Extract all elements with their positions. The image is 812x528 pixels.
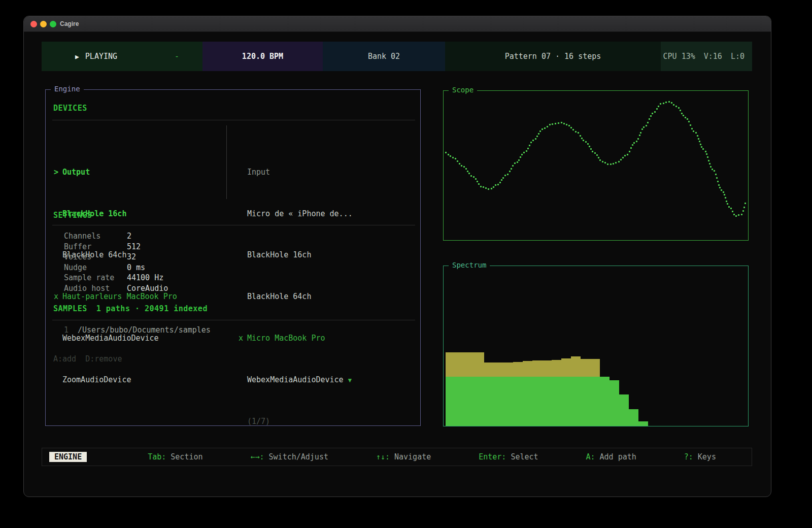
device-row[interactable]: Input — [239, 167, 411, 178]
shortcut-key: Enter — [479, 452, 506, 461]
device-row[interactable]: BlackHole 64ch — [239, 291, 411, 302]
shortcut-key: ↑↓ — [376, 452, 390, 461]
spectrum-bar — [523, 361, 532, 426]
latency-value: L:0 — [731, 52, 745, 61]
samples-summary: 1 paths · 20491 indexed — [96, 304, 208, 313]
setting-label: Buffer — [64, 242, 127, 252]
device-marker: x — [54, 291, 62, 302]
spectrum-bar-level — [503, 377, 513, 426]
transport-dash: - — [175, 52, 179, 61]
settings-list: Channels2 Buffer512 Voices32 Nudge0 ms S… — [64, 231, 168, 293]
transport-segment: ▶PLAYING - — [42, 42, 202, 71]
settings-row[interactable]: Buffer512 — [64, 242, 168, 252]
spectrum-bar — [610, 380, 619, 426]
spectrum-bar-peak — [542, 360, 552, 377]
spectrum-bar-peak — [494, 362, 503, 377]
transport-label: PLAYING — [85, 52, 117, 61]
scope-waveform-canvas — [444, 91, 747, 239]
spectrum-bar — [532, 360, 542, 426]
engine-panel-title: Engine — [51, 85, 84, 93]
devices-section-title: DEVICES — [53, 104, 87, 113]
close-button[interactable] — [30, 21, 37, 27]
shortcut-hint: ↑↓Navigate — [376, 452, 431, 461]
spectrum-bar — [571, 356, 581, 426]
setting-value: 0 ms — [127, 263, 145, 272]
spectrum-panel: Spectrum — [443, 266, 749, 426]
setting-value: 44100 Hz — [127, 273, 163, 282]
spectrum-bar — [455, 352, 465, 426]
spectrum-bar — [494, 362, 503, 426]
spectrum-bar-level — [484, 377, 494, 426]
device-row[interactable]: WebexMediaAudioDevice▼ — [239, 375, 411, 385]
engine-panel: Engine DEVICES >Output BlackHole 16ch Bl… — [45, 89, 421, 426]
spectrum-bar-level — [465, 377, 475, 426]
device-name: WebexMediaAudioDevice — [247, 375, 344, 384]
device-row[interactable]: (1/7) — [239, 416, 411, 427]
titlebar: Cagire — [24, 16, 771, 32]
shortcut-list: TabSection ←→Switch/Adjust ↑↓Navigate En… — [148, 452, 716, 461]
shortcut-hint: TabSection — [148, 452, 202, 461]
device-row[interactable]: >Output — [54, 167, 221, 178]
settings-row[interactable]: Voices32 — [64, 252, 168, 262]
spectrum-bar-level — [532, 377, 542, 426]
spectrum-bar — [513, 362, 523, 426]
spectrum-bar-level — [523, 377, 532, 426]
spectrum-bar-peak — [561, 358, 571, 377]
device-name: BlackHole 64ch — [247, 292, 311, 301]
shortcut-label: Switch/Adjust — [269, 452, 328, 461]
shortcut-key: A — [586, 452, 595, 461]
spectrum-bar-level — [610, 380, 619, 426]
minimize-button[interactable] — [40, 21, 47, 27]
spectrum-bar-peak — [465, 352, 475, 377]
device-row[interactable]: BlackHole 16ch — [239, 250, 411, 260]
maximize-button[interactable] — [50, 21, 56, 27]
spectrum-bar-level — [590, 377, 600, 426]
shortcut-key: ←→ — [250, 452, 264, 461]
device-row[interactable]: ZoomAudioDevice — [54, 375, 221, 385]
spectrum-bar — [561, 358, 571, 426]
setting-value: 32 — [127, 252, 136, 261]
settings-row[interactable]: Sample rate44100 Hz — [64, 273, 168, 283]
samples-section-title: SAMPLES1 paths · 20491 indexed — [53, 304, 208, 313]
spectrum-bar-level — [619, 394, 629, 426]
status-bar: ▶PLAYING - 120.0 BPM Bank 02 Pattern 07 … — [42, 42, 752, 71]
mode-badge: ENGINE — [49, 452, 87, 462]
shortcut-label: Add path — [600, 452, 636, 461]
setting-value: 2 — [127, 232, 131, 241]
spectrum-bar-level — [542, 377, 552, 426]
spectrum-bar-level — [475, 377, 484, 426]
spectrum-bar-peak — [455, 352, 465, 377]
dropdown-arrow-icon: ▼ — [348, 377, 352, 384]
device-name: ZoomAudioDevice — [62, 375, 131, 384]
shortcut-label: Section — [171, 452, 202, 461]
spectrum-bar-peak — [513, 362, 523, 377]
setting-label: Audio host — [64, 283, 127, 294]
device-name: Micro de « iPhone de... — [247, 209, 353, 218]
shortcut-hint: ?Keys — [684, 452, 716, 461]
shortcut-label: Keys — [698, 452, 716, 461]
samples-separator — [52, 320, 415, 320]
device-row[interactable]: Micro de « iPhone de... — [239, 209, 411, 219]
bpm-value: 120.0 BPM — [242, 52, 283, 61]
shortcut-hint: EnterSelect — [479, 452, 538, 461]
spectrum-bar — [465, 352, 475, 426]
spectrum-bar-level — [600, 377, 610, 426]
pattern-segment: Pattern 07 · 16 steps — [445, 42, 661, 71]
setting-label: Sample rate — [64, 273, 127, 283]
settings-row[interactable]: Nudge0 ms — [64, 262, 168, 273]
spectrum-bar-peak — [484, 362, 494, 377]
setting-value: CoreAudio — [127, 284, 168, 293]
spectrum-bar — [484, 362, 494, 426]
spectrum-bar-level — [552, 377, 561, 426]
spectrum-bar-peak — [446, 352, 455, 377]
device-row[interactable]: xMicro MacBook Pro — [239, 333, 411, 344]
spectrum-bar — [503, 362, 513, 426]
spectrum-bar-peak — [552, 360, 561, 377]
settings-row[interactable]: Channels2 — [64, 231, 168, 242]
devices-separator — [52, 120, 415, 120]
setting-value: 512 — [127, 242, 141, 251]
settings-row[interactable]: Audio hostCoreAudio — [64, 283, 168, 294]
sample-path-row[interactable]: 1/Users/bubo/Documents/samples — [64, 325, 211, 335]
device-marker: > — [54, 167, 62, 177]
voices-value: V:16 — [704, 52, 722, 61]
